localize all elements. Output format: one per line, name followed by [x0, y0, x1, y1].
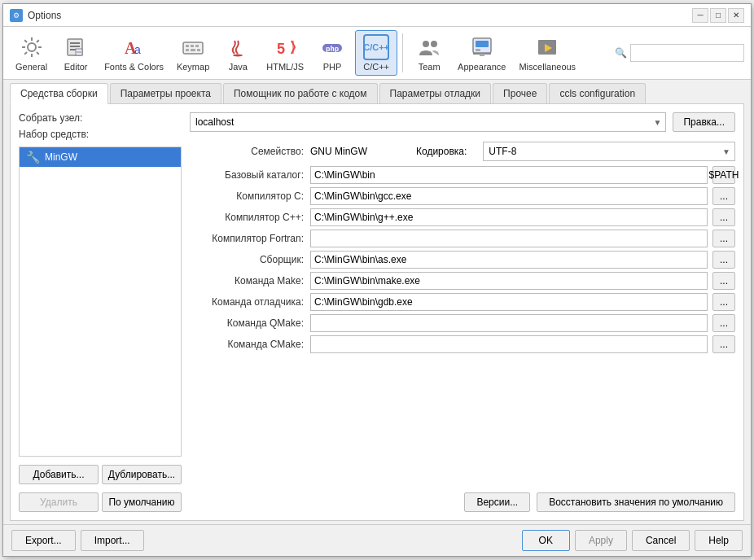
search-input[interactable] — [630, 44, 744, 62]
encoding-select[interactable]: UTF-8 — [483, 142, 735, 161]
ok-button[interactable]: OK — [522, 530, 570, 551]
node-select[interactable]: localhost — [190, 112, 666, 132]
field-label-0: Базовый каталог: — [190, 169, 304, 181]
tab-debug-params[interactable]: Параметры отладки — [379, 83, 492, 103]
toolbar-item-appearance[interactable]: Appearance — [452, 30, 511, 76]
field-label-5: Команда Make: — [190, 275, 304, 287]
toolbar-item-team[interactable]: Team — [408, 30, 450, 76]
field-input-1[interactable] — [310, 187, 708, 205]
collect-node-label: Собрать узел: — [19, 112, 182, 124]
toolbar-label-php: PHP — [323, 62, 342, 72]
minimize-button[interactable]: ─ — [692, 8, 708, 23]
field-label-1: Компилятор C: — [190, 190, 304, 202]
field-input-3[interactable] — [310, 230, 708, 247]
mingw-icon: 🔧 — [26, 151, 40, 164]
options-window: ⚙ Options ─ □ ✕ General — [2, 3, 752, 557]
field-row-8: ... — [310, 335, 735, 353]
toolset-label: Набор средств: — [19, 129, 182, 140]
field-row-6: ... — [310, 293, 735, 311]
field-btn-1[interactable]: ... — [712, 187, 735, 205]
field-input-2[interactable] — [310, 208, 708, 226]
tab-assistant[interactable]: Помощник по работе с кодом — [223, 83, 378, 103]
field-btn-7[interactable]: ... — [712, 314, 735, 332]
misc-icon — [534, 34, 560, 60]
node-select-row: localhost ▼ Правка... — [190, 112, 735, 132]
svg-rect-24 — [476, 49, 480, 51]
toolbar-item-cpp[interactable]: C/C++ C/C++ — [355, 30, 397, 76]
add-button[interactable]: Добавить... — [19, 465, 99, 484]
toolbar-item-misc[interactable]: Miscellaneous — [513, 30, 581, 76]
field-label-2: Компилятор C++: — [190, 212, 304, 223]
content-area: Средства сборки Параметры проекта Помощн… — [3, 80, 751, 524]
tab-ccls[interactable]: ccls configuration — [549, 83, 646, 103]
toolbar-item-html[interactable]: 5 HTML/JS — [261, 30, 309, 76]
window-icon: ⚙ — [10, 9, 23, 22]
delete-button[interactable]: Удалить — [19, 492, 99, 512]
toolbar-search: 🔍 — [615, 44, 744, 62]
help-button[interactable]: Help — [695, 530, 743, 551]
title-bar-left: ⚙ Options — [10, 9, 61, 22]
field-input-5[interactable] — [310, 272, 708, 290]
toolbar-item-keymap[interactable]: Keymap — [171, 30, 215, 76]
cancel-button[interactable]: Cancel — [632, 530, 690, 551]
editor-icon — [63, 34, 89, 60]
default-button[interactable]: По умолчанию — [102, 492, 182, 512]
toolbar-item-editor[interactable]: Editor — [55, 30, 97, 76]
family-row: Семейство: GNU MinGW Кодировка: UTF-8 ▼ — [190, 142, 735, 161]
maximize-button[interactable]: □ — [710, 8, 726, 23]
field-label-7: Команда QMake: — [190, 317, 304, 329]
toolset-list-item-mingw[interactable]: 🔧 MinGW — [20, 147, 181, 167]
edit-button[interactable]: Правка... — [673, 112, 735, 132]
svg-point-16 — [233, 55, 243, 57]
search-icon: 🔍 — [615, 47, 627, 59]
toolbar-label-general: General — [15, 62, 47, 72]
svg-text:5: 5 — [277, 41, 285, 57]
restore-button[interactable]: Восстановить значения по умолчанию — [537, 492, 735, 512]
tab-build-tools[interactable]: Средства сборки — [10, 83, 108, 104]
field-label-6: Команда отладчика: — [190, 296, 304, 308]
import-button[interactable]: Import... — [81, 530, 144, 551]
field-label-4: Сборщик: — [190, 254, 304, 265]
tab-project-params[interactable]: Параметры проекта — [110, 83, 221, 103]
toolbar-label-appearance: Appearance — [458, 62, 506, 72]
field-btn-5[interactable]: ... — [712, 272, 735, 290]
field-input-4[interactable] — [310, 251, 708, 269]
tabs-bar: Средства сборки Параметры проекта Помощн… — [10, 83, 744, 104]
field-btn-2[interactable]: ... — [712, 208, 735, 226]
field-label-8: Команда CMake: — [190, 339, 304, 350]
close-button[interactable]: ✕ — [728, 8, 744, 23]
field-btn-3[interactable]: ... — [712, 230, 735, 247]
toolbar-label-misc: Miscellaneous — [519, 62, 576, 72]
field-row-2: ... — [310, 208, 735, 226]
field-input-7[interactable] — [310, 314, 708, 332]
tab-other[interactable]: Прочее — [493, 83, 547, 103]
duplicate-button[interactable]: Дублировать... — [102, 465, 182, 484]
svg-rect-13 — [186, 49, 189, 51]
footer: Export... Import... OK Apply Cancel Help — [3, 524, 751, 556]
field-row-1: ... — [310, 187, 735, 205]
toolbar-label-html: HTML/JS — [266, 62, 304, 72]
toolbar-item-fonts[interactable]: A a Fonts & Colors — [99, 30, 169, 76]
team-icon — [416, 34, 442, 60]
toolbar-label-java: Java — [229, 62, 248, 72]
toolbar-item-java[interactable]: Java — [217, 30, 259, 76]
export-button[interactable]: Export... — [11, 530, 76, 551]
svg-rect-12 — [195, 45, 199, 47]
node-select-wrapper: localhost ▼ — [190, 112, 666, 132]
apply-button[interactable]: Apply — [575, 530, 627, 551]
field-input-6[interactable] — [310, 293, 708, 311]
field-btn-0[interactable]: $PATH — [712, 166, 735, 184]
field-row-4: ... — [310, 251, 735, 269]
sidebar: Собрать узел: Набор средств: 🔧 MinGW Доб… — [19, 112, 182, 512]
svg-rect-10 — [186, 45, 189, 47]
family-encoding-row: GNU MinGW Кодировка: UTF-8 ▼ — [310, 142, 735, 161]
field-input-8[interactable] — [310, 335, 708, 353]
toolbar-item-general[interactable]: General — [10, 30, 53, 76]
toolbar-item-php[interactable]: php PHP — [311, 30, 353, 76]
field-btn-8[interactable]: ... — [712, 335, 735, 353]
field-btn-4[interactable]: ... — [712, 251, 735, 269]
field-btn-6[interactable]: ... — [712, 293, 735, 311]
versions-button[interactable]: Версии... — [464, 492, 530, 512]
field-input-0[interactable] — [310, 166, 708, 184]
html-icon: 5 — [272, 34, 298, 60]
